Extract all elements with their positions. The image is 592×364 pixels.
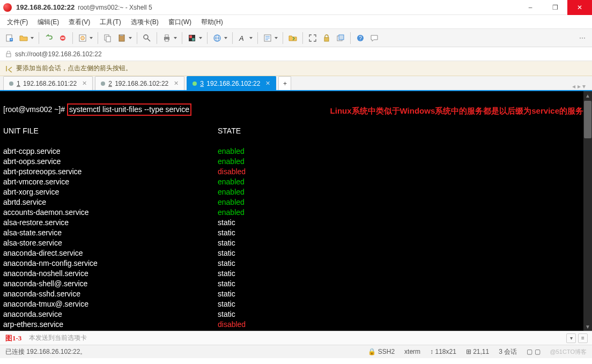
menu-tools[interactable]: 工具(T)	[95, 15, 125, 29]
terminal-output[interactable]: [root@vms002 ~]# systemctl list-unit-fil…	[0, 91, 592, 362]
print-button[interactable]	[160, 32, 179, 44]
minimize-button[interactable]: –	[518, 0, 543, 15]
service-state: static	[218, 299, 235, 309]
service-state: enabled	[218, 177, 245, 187]
service-row: anaconda-sshd.servicestatic	[3, 289, 589, 299]
command-text: systemctl list-unit-files --type service	[69, 105, 189, 114]
paste-button[interactable]	[115, 32, 134, 44]
service-state: static	[218, 248, 235, 258]
menu-tabs[interactable]: 选项卡(B)	[126, 15, 164, 29]
new-session-button[interactable]: +	[3, 32, 16, 44]
script-button[interactable]	[261, 32, 279, 44]
arrow-icon[interactable]	[5, 65, 13, 72]
menu-view[interactable]: 查看(V)	[64, 15, 95, 29]
command-highlight: systemctl list-unit-files --type service	[67, 103, 191, 116]
font-button[interactable]: A	[236, 32, 254, 44]
encoding-button[interactable]	[211, 32, 229, 44]
svg-rect-18	[189, 35, 192, 38]
address-bar[interactable]: ssh://root@192.168.26.102:22	[0, 47, 592, 61]
service-state: disabled	[218, 167, 246, 177]
send-menu-button[interactable]: ≡	[578, 333, 588, 343]
figure-label: 图1-3	[5, 333, 21, 343]
toolbar-separator	[72, 32, 73, 44]
toolbar: + A ? ⋯	[0, 29, 592, 47]
fullscreen-button[interactable]	[306, 32, 319, 44]
scroll-up-icon[interactable]: ▲	[583, 91, 592, 100]
service-state: enabled	[218, 187, 245, 197]
status-dot-icon	[9, 81, 13, 86]
svg-rect-11	[120, 34, 123, 36]
window-title: 192.168.26.102:22	[16, 3, 75, 11]
service-state: static	[218, 238, 235, 248]
service-row: anaconda-tmux@.servicestatic	[3, 299, 589, 309]
tab-close-icon[interactable]: ✕	[174, 80, 179, 87]
service-state: enabled	[218, 157, 245, 167]
properties-button[interactable]	[76, 32, 94, 44]
column-header-unit: UNIT FILE	[3, 126, 218, 136]
service-state: static	[218, 289, 235, 299]
service-unit: alsa-state.service	[3, 228, 218, 238]
color-scheme-button[interactable]	[186, 32, 204, 44]
window-controls: – ❐ ✕	[518, 0, 592, 15]
session-tab-2[interactable]: 2 192.168.26.102:22 ✕	[95, 76, 184, 90]
disconnect-button[interactable]	[56, 32, 69, 44]
toolbar-separator	[157, 32, 157, 44]
tab-label: 192.168.26.102:22	[115, 80, 168, 87]
service-unit: accounts-daemon.service	[3, 207, 218, 218]
add-tab-button[interactable]: +	[278, 76, 291, 90]
svg-rect-25	[324, 38, 329, 41]
close-button[interactable]: ✕	[567, 0, 592, 15]
tab-close-icon[interactable]: ✕	[265, 80, 270, 87]
tab-bar: 1 192.168.26.101:22 ✕ 2 192.168.26.102:2…	[0, 76, 592, 91]
app-icon	[3, 3, 12, 12]
maximize-button[interactable]: ❐	[543, 0, 567, 15]
toolbar-separator	[257, 32, 258, 44]
send-bar[interactable]: 图1-3 本发送到当前选项卡 ▾ ≡	[0, 331, 592, 345]
copy-button[interactable]	[101, 32, 114, 44]
svg-rect-15	[165, 35, 168, 37]
toolbar-separator	[182, 32, 182, 44]
service-row: abrt-ccpp.serviceenabled	[3, 146, 589, 157]
session-tab-3[interactable]: 3 192.168.26.102:22 ✕	[187, 76, 276, 90]
service-unit: anaconda-shell@.service	[3, 279, 218, 289]
terminal-scrollbar[interactable]: ▲ ▼	[583, 91, 592, 331]
open-session-button[interactable]	[17, 32, 35, 44]
svg-rect-27	[339, 35, 344, 40]
service-row: abrt-xorg.serviceenabled	[3, 187, 589, 197]
help-button[interactable]: ?	[354, 32, 367, 44]
service-row: anaconda-shell@.servicestatic	[3, 279, 589, 289]
service-row: anaconda-direct.servicestatic	[3, 248, 589, 258]
menu-window[interactable]: 窗口(W)	[164, 15, 196, 29]
service-unit: abrt-vmcore.service	[3, 177, 218, 187]
chat-button[interactable]	[368, 32, 381, 44]
service-row: abrt-vmcore.serviceenabled	[3, 177, 589, 187]
toolbar-separator	[207, 32, 208, 44]
scroll-thumb[interactable]	[584, 101, 591, 138]
menu-help[interactable]: 帮助(H)	[196, 15, 228, 29]
always-on-top-button[interactable]	[334, 32, 347, 44]
menu-file[interactable]: 文件(F)	[2, 15, 33, 29]
reconnect-button[interactable]	[42, 32, 55, 44]
service-unit: abrt-ccpp.service	[3, 146, 218, 157]
svg-rect-30	[6, 54, 11, 57]
find-button[interactable]	[140, 32, 153, 44]
tab-label: 192.168.26.102:22	[206, 80, 260, 87]
menu-edit[interactable]: 编辑(E)	[33, 15, 64, 29]
service-row: abrtd.serviceenabled	[3, 197, 589, 207]
svg-point-12	[144, 35, 148, 39]
service-unit: alsa-restore.service	[3, 218, 218, 228]
svg-point-7	[82, 38, 83, 39]
svg-rect-16	[165, 39, 168, 41]
xtransfer-button[interactable]	[286, 32, 299, 44]
shell-prompt: [root@vms002 ~]#	[3, 105, 67, 114]
toolbar-overflow[interactable]: ⋯	[576, 34, 589, 42]
tab-close-icon[interactable]: ✕	[82, 80, 87, 87]
session-tab-1[interactable]: 1 192.168.26.101:22 ✕	[3, 76, 93, 90]
scroll-down-icon[interactable]: ▼	[583, 322, 592, 331]
lock-button[interactable]	[320, 32, 333, 44]
send-dropdown-button[interactable]: ▾	[566, 333, 576, 343]
tab-nav-buttons[interactable]: ◂ ▸ ▾	[569, 83, 589, 90]
service-state: static	[218, 269, 235, 279]
terminal-area[interactable]: [root@vms002 ~]# systemctl list-unit-fil…	[0, 91, 592, 331]
hint-bar: 要添加当前会话，点击左侧的箭头按钮。	[0, 61, 592, 76]
